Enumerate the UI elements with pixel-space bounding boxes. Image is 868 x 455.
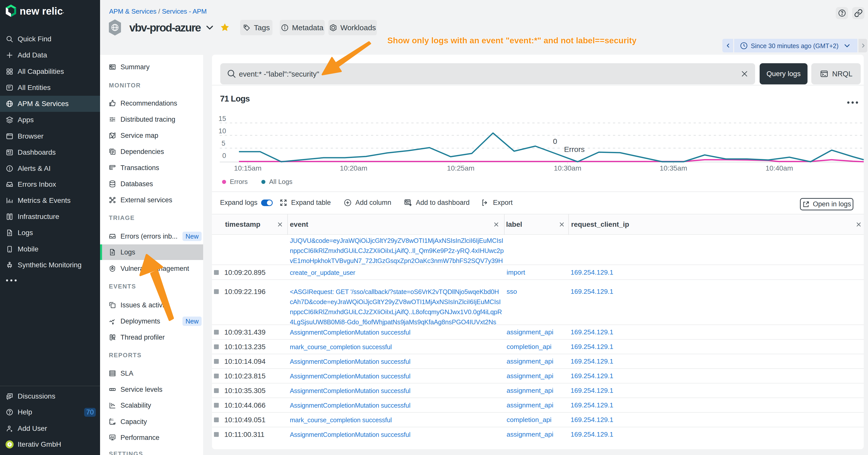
svg-text:10:30am: 10:30am [554,164,582,172]
svg-text:10: 10 [218,127,226,135]
svg-text:0: 0 [222,152,226,160]
svg-text:10:35am: 10:35am [660,164,687,172]
svg-text:5: 5 [221,139,225,147]
svg-text:15: 15 [218,115,226,123]
svg-text:Errors: Errors [564,145,585,154]
svg-text:10:20am: 10:20am [340,164,368,172]
svg-text:10:15am: 10:15am [234,164,261,172]
svg-text:0: 0 [553,137,557,145]
svg-text:10:25am: 10:25am [447,164,474,172]
svg-text:10:40am: 10:40am [766,164,793,172]
